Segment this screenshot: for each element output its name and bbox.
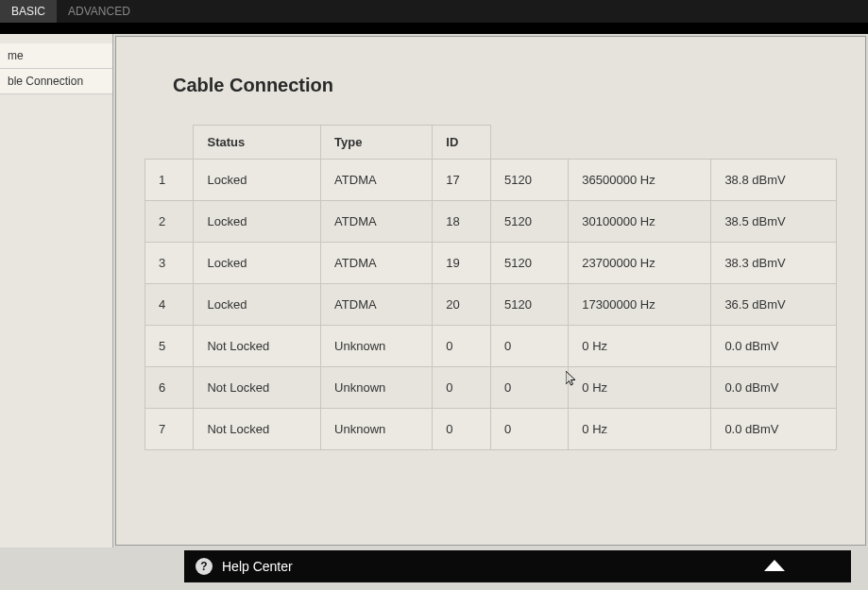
table-row: 3LockedATDMA19512023700000 Hz38.3 dBmV	[145, 243, 837, 284]
table-row: 6Not LockedUnknown000 Hz0.0 dBmV	[145, 367, 837, 409]
cell-status: Not Locked	[194, 367, 321, 409]
main-area: me ble Connection Cable Connection Statu…	[0, 34, 868, 548]
page-title: Cable Connection	[173, 75, 837, 96]
table-row: 5Not LockedUnknown000 Hz0.0 dBmV	[145, 326, 837, 367]
cell-col6: 36500000 Hz	[569, 160, 711, 201]
table-row: 2LockedATDMA18512030100000 Hz38.5 dBmV	[145, 201, 837, 243]
cell-index: 7	[145, 409, 194, 450]
cell-index: 6	[145, 367, 194, 409]
cell-status: Locked	[194, 284, 321, 326]
cell-index: 2	[145, 201, 194, 243]
col-header-index	[145, 126, 194, 160]
tab-basic[interactable]: BASIC	[0, 0, 57, 23]
cell-col6: 0 Hz	[569, 326, 711, 367]
cell-id: 0	[433, 409, 491, 450]
header-divider	[0, 23, 868, 34]
cell-col6: 17300000 Hz	[569, 284, 711, 326]
cell-id: 17	[433, 160, 491, 201]
cell-col5: 5120	[491, 201, 569, 243]
cell-index: 5	[145, 326, 194, 367]
tab-advanced[interactable]: ADVANCED	[57, 0, 142, 23]
cell-index: 3	[145, 243, 194, 284]
col-header-id: ID	[433, 126, 491, 160]
cell-id: 0	[433, 326, 491, 367]
cell-col5: 0	[491, 326, 569, 367]
cell-col7: 0.0 dBmV	[711, 409, 837, 450]
cell-status: Not Locked	[194, 409, 321, 450]
col-header-5	[491, 126, 569, 160]
table-row: 4LockedATDMA20512017300000 Hz36.5 dBmV	[145, 284, 837, 326]
cell-index: 4	[145, 284, 194, 326]
footer-bar[interactable]: ? Help Center	[184, 550, 851, 582]
cell-type: ATDMA	[321, 201, 433, 243]
cell-type: ATDMA	[321, 284, 433, 326]
cell-status: Locked	[194, 160, 321, 201]
cell-status: Locked	[194, 201, 321, 243]
cell-type: Unknown	[321, 326, 433, 367]
cell-id: 18	[433, 201, 491, 243]
cell-col6: 23700000 Hz	[569, 243, 711, 284]
cell-col6: 0 Hz	[569, 367, 711, 409]
cell-col6: 0 Hz	[569, 409, 711, 450]
cell-id: 20	[433, 284, 491, 326]
cell-type: Unknown	[321, 367, 433, 409]
table-header-row: Status Type ID	[145, 126, 837, 160]
table-row: 7Not LockedUnknown000 Hz0.0 dBmV	[145, 409, 837, 450]
chevron-up-icon[interactable]	[764, 559, 785, 574]
col-header-7	[711, 126, 837, 160]
sidebar-item-cable-connection[interactable]: ble Connection	[0, 69, 112, 94]
cell-col5: 5120	[491, 160, 569, 201]
col-header-type: Type	[321, 126, 433, 160]
cell-col7: 38.5 dBmV	[711, 201, 837, 243]
help-icon: ?	[196, 558, 213, 575]
cell-col7: 0.0 dBmV	[711, 367, 837, 409]
content-panel: Cable Connection Status Type ID 1LockedA…	[115, 36, 866, 546]
cell-index: 1	[145, 160, 194, 201]
cell-status: Not Locked	[194, 326, 321, 367]
col-header-6	[569, 126, 711, 160]
table-row: 1LockedATDMA17512036500000 Hz38.8 dBmV	[145, 160, 837, 201]
cell-col6: 30100000 Hz	[569, 201, 711, 243]
top-tabs: BASIC ADVANCED	[0, 0, 868, 23]
cell-status: Locked	[194, 243, 321, 284]
cell-id: 19	[433, 243, 491, 284]
sidebar-item-home[interactable]: me	[0, 43, 112, 69]
cell-col7: 38.3 dBmV	[711, 243, 837, 284]
cell-id: 0	[433, 367, 491, 409]
cell-col5: 5120	[491, 243, 569, 284]
cell-col5: 5120	[491, 284, 569, 326]
cell-col7: 36.5 dBmV	[711, 284, 837, 326]
help-center-label: Help Center	[222, 559, 293, 574]
cell-col5: 0	[491, 409, 569, 450]
connection-table: Status Type ID 1LockedATDMA1751203650000…	[145, 125, 837, 450]
cell-type: Unknown	[321, 409, 433, 450]
cell-type: ATDMA	[321, 160, 433, 201]
cell-col7: 38.8 dBmV	[711, 160, 837, 201]
cell-type: ATDMA	[321, 243, 433, 284]
cell-col7: 0.0 dBmV	[711, 326, 837, 367]
sidebar: me ble Connection	[0, 34, 113, 548]
col-header-status: Status	[194, 126, 321, 160]
cell-col5: 0	[491, 367, 569, 409]
